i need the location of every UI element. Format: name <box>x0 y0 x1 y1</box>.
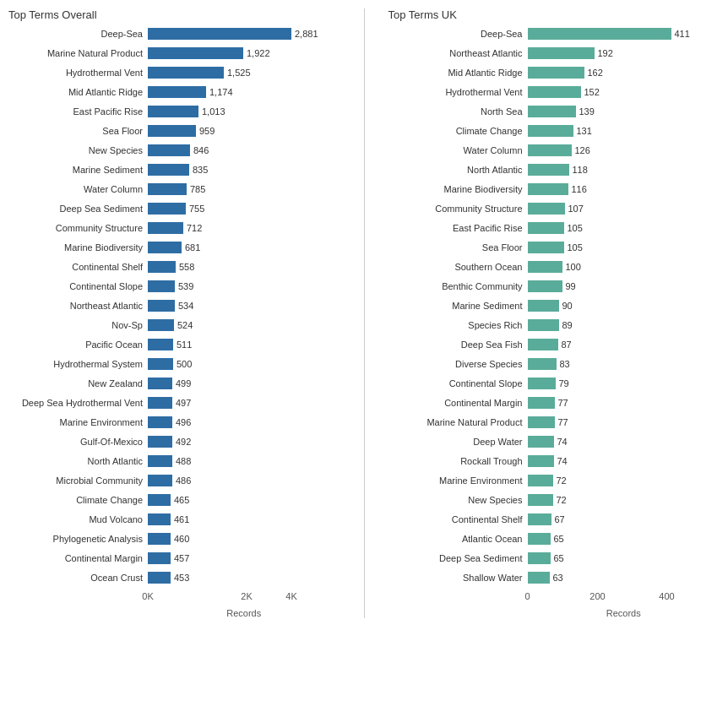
bar-container: 461 <box>148 513 340 526</box>
bar-row: Water Column126 <box>388 141 720 160</box>
bar-label: Community Structure <box>8 223 148 233</box>
bar-label: Climate Change <box>8 495 148 505</box>
bar <box>148 183 187 195</box>
left-chart-panel: Top Terms Overall Deep-Sea2,881Marine Na… <box>8 8 340 618</box>
bar-container: 1,013 <box>148 105 340 118</box>
bar-container: 1,174 <box>148 85 340 99</box>
bar-value: 785 <box>190 184 205 194</box>
bar-value: 105 <box>568 242 583 253</box>
axis-label: 0K <box>142 591 153 601</box>
bar <box>528 28 671 40</box>
bar-label: Continental Margin <box>388 398 528 408</box>
bar-value: 65 <box>554 534 564 544</box>
bar-row: Hydrothermal Vent152 <box>388 83 720 101</box>
bar-row: East Pacific Rise1,013 <box>8 102 340 121</box>
bar-row: Species Rich89 <box>388 316 720 334</box>
bar-value: 558 <box>179 262 194 272</box>
bar-value: 90 <box>562 301 573 311</box>
bar <box>528 125 573 137</box>
bar-value: 77 <box>558 417 568 427</box>
bar-label: Northeast Atlantic <box>388 48 528 58</box>
bar-container: 77 <box>528 396 720 410</box>
bar-label: Marine Sediment <box>8 165 148 175</box>
bar-container: 100 <box>528 260 720 274</box>
bar-row: Sea Floor105 <box>388 238 720 257</box>
bar-row: Ocean Crust453 <box>8 568 340 587</box>
bar-label: Atlantic Ocean <box>388 534 528 544</box>
bar-row: Marine Sediment835 <box>8 160 340 179</box>
bar <box>148 339 173 350</box>
bar-row: Marine Biodiversity681 <box>8 238 340 257</box>
bar-row: East Pacific Rise105 <box>388 219 720 237</box>
bar <box>528 261 562 273</box>
bar-label: Deep Sea Fish <box>388 340 528 350</box>
chart-divider <box>364 8 365 618</box>
bar-row: Northeast Atlantic192 <box>388 44 720 62</box>
bar-container: 460 <box>148 532 340 546</box>
axis-label: 0 <box>524 591 530 601</box>
bar <box>528 222 564 234</box>
bar-row: Continental Shelf67 <box>388 510 720 529</box>
bar-label: Deep Sea Sediment <box>388 553 528 563</box>
bar-value: 486 <box>176 475 191 486</box>
bar-row: Diverse Species83 <box>388 355 720 373</box>
bar-container: 1,525 <box>148 66 340 79</box>
bar <box>148 455 172 467</box>
bar-value: 1,922 <box>247 48 270 58</box>
bar-value: 79 <box>559 378 569 388</box>
bar-label: Marine Biodiversity <box>8 242 148 253</box>
bar-label: Deep Sea Sediment <box>8 204 148 214</box>
bar-row: Microbial Community486 <box>8 471 340 490</box>
bar-row: Continental Margin457 <box>8 549 340 568</box>
bar <box>148 144 190 156</box>
bar-label: Community Structure <box>388 204 528 214</box>
bar-container: 83 <box>528 357 720 371</box>
bar-container: 488 <box>148 454 340 468</box>
bar-label: East Pacific Rise <box>388 223 528 233</box>
bar-label: Mud Volcano <box>8 514 148 524</box>
bar <box>528 397 555 409</box>
bar-value: 63 <box>553 573 563 583</box>
bar-row: North Atlantic488 <box>8 452 340 470</box>
bar-label: Water Column <box>388 145 528 155</box>
bar <box>148 572 171 584</box>
bar <box>148 397 172 409</box>
bar <box>148 242 182 253</box>
bar-value: 74 <box>557 456 568 466</box>
bar-value: 496 <box>176 417 191 427</box>
bar-value: 411 <box>675 29 690 39</box>
bar-container: 107 <box>528 202 720 215</box>
bar-container: 65 <box>528 532 720 546</box>
bar-container: 90 <box>528 299 720 312</box>
bar <box>528 47 595 59</box>
bar <box>528 475 553 486</box>
bar-value: 453 <box>174 573 189 583</box>
bar-row: North Sea139 <box>388 102 720 121</box>
bar-label: Sea Floor <box>8 126 148 136</box>
bar-value: 712 <box>187 223 202 233</box>
bar-value: 846 <box>193 145 209 155</box>
bar-label: Marine Environment <box>388 475 528 486</box>
bar <box>528 280 562 292</box>
bar-value: 499 <box>176 378 191 388</box>
right-chart-panel: Top Terms UK Deep-Sea411Northeast Atlant… <box>388 8 720 618</box>
bar-row: Continental Slope79 <box>388 374 720 393</box>
bar-row: Mud Volcano461 <box>8 510 340 529</box>
bar-value: 465 <box>174 495 189 505</box>
bar-container: 118 <box>528 163 720 177</box>
bar <box>148 67 224 79</box>
bar <box>528 86 581 98</box>
bar-row: Water Column785 <box>8 180 340 198</box>
left-axis-area: 0K2K4K <box>8 591 340 606</box>
bar <box>528 183 568 195</box>
bar-value: 100 <box>566 262 581 272</box>
bar <box>528 242 564 253</box>
bar-label: Continental Shelf <box>388 514 528 524</box>
bar-row: New Species846 <box>8 141 340 160</box>
bar-container: 558 <box>148 260 340 274</box>
bar-value: 116 <box>572 184 587 194</box>
bar-value: 1,525 <box>227 68 251 78</box>
bar-label: New Species <box>8 145 148 155</box>
bar-container: 74 <box>528 435 720 448</box>
bar-row: Marine Biodiversity116 <box>388 180 720 198</box>
